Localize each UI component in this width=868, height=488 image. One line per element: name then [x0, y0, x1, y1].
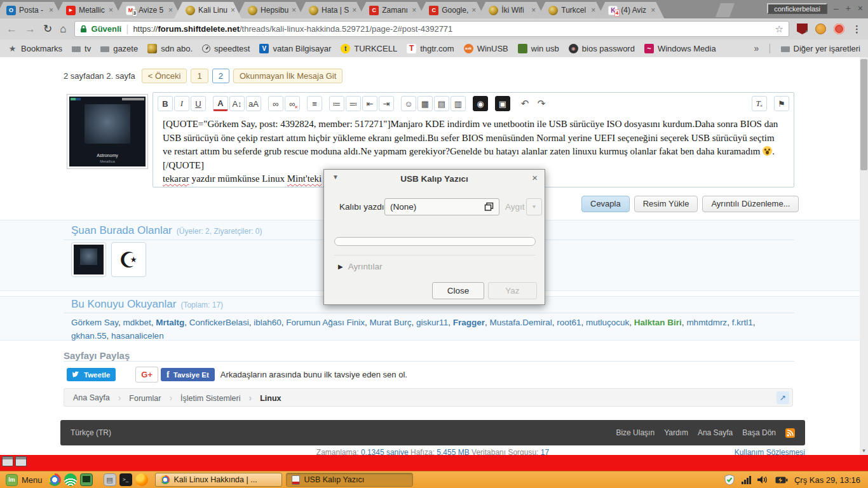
breadcrumb-share-icon[interactable]: ↗	[776, 391, 789, 404]
close-button[interactable]: Close	[432, 282, 484, 299]
bookmark-item[interactable]: thgtr.com	[407, 44, 454, 53]
reader-name-link[interactable]: Murat Burç	[370, 318, 412, 327]
terms-link[interactable]: Kullanım Sözleşmesi	[735, 448, 805, 455]
image-file-chooser[interactable]: (None)	[384, 198, 499, 215]
reader-name-link[interactable]: hasanalicelen	[111, 331, 164, 341]
volume-icon[interactable]	[757, 475, 769, 484]
font-family-icon[interactable]: aA	[246, 96, 261, 111]
breadcrumb-item[interactable]: Ana Sayfa	[73, 393, 110, 402]
reader-name-link[interactable]: gkhan.55	[71, 331, 107, 341]
tab-close-icon[interactable]	[231, 6, 235, 14]
align-icon[interactable]: ≡	[307, 96, 322, 111]
breadcrumb-item[interactable]: İşletim Sistemleri	[161, 393, 240, 403]
bookmark-item[interactable]: win usb	[518, 44, 559, 53]
tab-close-icon[interactable]	[109, 6, 113, 14]
write-button[interactable]: Yaz	[488, 282, 537, 299]
insert-quote-icon[interactable]: ▥	[451, 96, 466, 111]
firefox-launcher-icon[interactable]	[135, 473, 148, 486]
browser-tab[interactable]: 4 (4) Aviz	[597, 2, 664, 18]
chrome-launcher-icon[interactable]	[48, 473, 61, 486]
emoji-icon[interactable]: ☺	[401, 96, 416, 111]
queries-value[interactable]: 17	[541, 448, 549, 455]
bookmark-item[interactable]: tv	[72, 44, 91, 53]
reply-button[interactable]: Cevapla	[581, 196, 630, 212]
back-icon[interactable]: ←	[6, 23, 17, 36]
browser-tab[interactable]: Kali Linu	[174, 2, 244, 18]
upload-image-button[interactable]: Resim Yükle	[634, 196, 698, 212]
taskbar-clock[interactable]: Çrş Kas 29, 13:16	[794, 475, 860, 485]
page-scrollbar[interactable]: ▼	[860, 57, 868, 455]
browser-tab[interactable]: Google,	[417, 2, 485, 18]
scrollbar-thumb[interactable]	[860, 59, 867, 170]
browser-tab[interactable]: Hata | S	[297, 2, 365, 18]
terminal-launcher-icon[interactable]	[119, 473, 132, 486]
reader-name-link[interactable]: Görkem Say	[71, 318, 118, 327]
display-launcher-icon[interactable]	[80, 473, 93, 486]
taskbar-window-button[interactable]: Kali Linux Hakkında | ...	[155, 473, 282, 487]
reader-name-link[interactable]: ConfickerBelasi	[189, 318, 249, 327]
remove-format-icon[interactable]: Tₓ	[752, 96, 767, 111]
reader-name-link[interactable]: iblah60	[254, 318, 281, 327]
bookmark-item[interactable]: bios password	[569, 44, 635, 53]
dialog-close-icon[interactable]: ×	[532, 172, 538, 183]
browser-tab[interactable]: Metallic	[55, 2, 122, 18]
bookmark-item[interactable]: gazete	[100, 44, 138, 53]
bookmark-item[interactable]: TURKCELL	[341, 44, 397, 53]
reader-name-link[interactable]: mdkbet	[123, 318, 151, 327]
desktop-mini-window-2[interactable]	[15, 456, 27, 466]
tab-close-icon[interactable]	[168, 6, 173, 14]
new-tab-button[interactable]	[715, 3, 735, 17]
software-manager-launcher-icon[interactable]	[104, 473, 116, 486]
browser-menu-icon[interactable]: ⋮	[852, 24, 862, 35]
reader-name-link[interactable]: root61	[557, 318, 581, 327]
bookmarks-overflow-icon[interactable]: »	[754, 43, 759, 53]
language-selector[interactable]: Türkçe (TR)	[71, 428, 111, 437]
usb-image-writer-dialog[interactable]: ▼ USB Kalıp Yazıcı × Kalıbı yazdır: (Non…	[323, 169, 545, 305]
reload-icon[interactable]: ↻	[43, 23, 52, 36]
minimize-icon[interactable]: –	[834, 3, 839, 13]
insert-image-icon[interactable]: ▦	[417, 96, 433, 111]
numbered-list-icon[interactable]: ≕	[346, 96, 361, 111]
italic-icon[interactable]: I	[174, 96, 189, 111]
footer-link[interactable]: Bize Ulaşın	[616, 428, 654, 437]
text-color-icon[interactable]: A	[213, 96, 228, 111]
tab-close-icon[interactable]	[292, 6, 296, 14]
close-icon[interactable]: ×	[858, 3, 863, 13]
breadcrumb-item[interactable]: Forumlar	[110, 393, 161, 403]
pagination-button[interactable]: < Önceki	[142, 69, 187, 83]
redo-icon[interactable]: ↷	[534, 96, 549, 111]
menu-button[interactable]: lm Menu	[3, 474, 45, 486]
bookmark-item[interactable]: vatan Bilgisayar	[259, 44, 331, 53]
tab-close-icon[interactable]	[352, 6, 356, 14]
footer-link[interactable]: Yardım	[664, 428, 688, 437]
bookmark-item[interactable]: WinUSB	[464, 44, 508, 53]
reader-name-link[interactable]: giskur11	[416, 318, 448, 327]
pagination-button[interactable]: 2	[212, 69, 229, 83]
tweet-button[interactable]: Tweetle	[67, 368, 116, 381]
breadcrumb-item[interactable]: Linux	[241, 393, 281, 403]
reader-name-link[interactable]: mhmtdmrz	[686, 318, 727, 327]
ublock-extension-icon[interactable]: 9	[797, 24, 808, 34]
taskbar-window-button[interactable]: USB Kalıp Yazıcı	[286, 473, 413, 487]
reader-name-link[interactable]: f.krtl1	[732, 318, 753, 327]
screenshot-icon[interactable]: ◉	[473, 96, 488, 111]
footer-link[interactable]: Ana Sayfa	[698, 428, 733, 437]
tab-close-icon[interactable]	[651, 6, 655, 14]
orange-extension-icon[interactable]	[815, 24, 826, 34]
outdent-icon[interactable]: ⇤	[362, 96, 377, 111]
desktop-mini-window-1[interactable]	[2, 456, 13, 466]
tab-close-icon[interactable]	[471, 6, 476, 14]
reader-name-link[interactable]: Mustafa.Demiral	[489, 318, 552, 327]
browser-tab[interactable]: Turkcel	[537, 2, 604, 18]
battery-icon[interactable]	[775, 476, 788, 484]
insert-link-icon[interactable]: ∞	[268, 96, 283, 111]
address-bar[interactable]: Güvenli | https://forum.shiftdelete.net/…	[74, 21, 789, 37]
tab-close-icon[interactable]	[49, 6, 53, 14]
footer-link[interactable]: Başa Dön	[742, 428, 776, 437]
timing-value[interactable]: 0.1345 saniye	[361, 448, 409, 455]
bookmark-item[interactable]: speedtest	[202, 44, 250, 53]
user-avatar[interactable]: Astronomy Metallica	[67, 94, 148, 169]
rss-icon[interactable]	[785, 428, 795, 438]
memory-value[interactable]: 5.455 MB	[437, 448, 469, 455]
tab-close-icon[interactable]	[591, 6, 595, 14]
